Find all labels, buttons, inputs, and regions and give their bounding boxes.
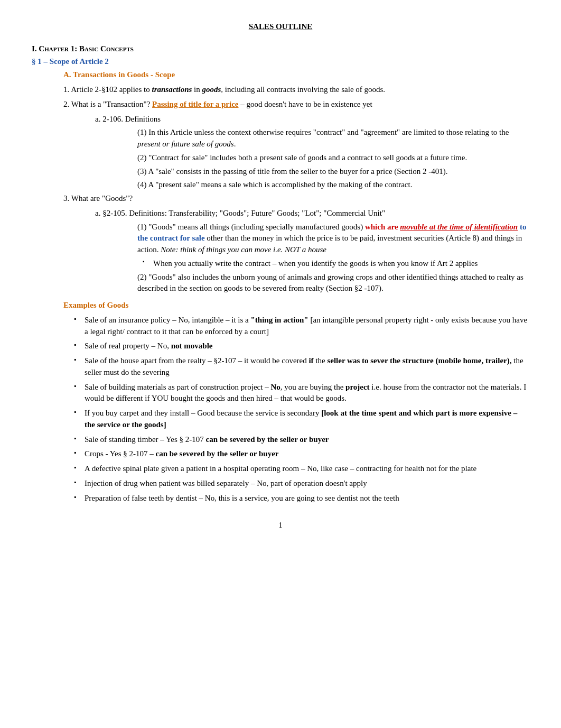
chapter-heading: I. Chapter 1: Basic Concepts	[32, 43, 529, 55]
bullet-bold: "thing in action"	[251, 316, 308, 324]
page-number: 1	[32, 520, 529, 531]
bullet-item-7: Crops - Yes § 2-107 – can be severed by …	[74, 448, 529, 460]
item1-start: 1. Article 2-§102 applies to	[63, 85, 152, 94]
page-title: SALES OUTLINE	[32, 21, 529, 33]
bullet-bold: can be severed by the seller or buyer	[156, 449, 279, 458]
item1-goods: goods	[202, 85, 221, 94]
item-2a-2: (2) "Contract for sale" includes both a …	[137, 152, 529, 164]
item-3: 3. What are "Goods"?	[63, 193, 529, 205]
page-container: SALES OUTLINE I. Chapter 1: Basic Concep…	[32, 21, 529, 531]
bullet-item-1: Sale of an insurance policy – No, intang…	[74, 315, 529, 338]
item2a1-italic: present or future sale of goods	[137, 140, 234, 148]
item-3a-2: (2) "Goods" also includes the unborn you…	[137, 272, 529, 295]
bullet-item-10: Preparation of false teeth by dentist – …	[74, 493, 529, 504]
item-2a-4: (4) A "present sale" means a sale which …	[137, 179, 529, 191]
item-3a-1: (1) "Goods" means all things (including …	[137, 222, 529, 256]
bullet-item-6: Sale of standing timber – Yes § 2-107 ca…	[74, 434, 529, 446]
bullet-bold2: seller was to sever the structure (mobil…	[327, 356, 511, 365]
item3a1-bold-red: which are	[365, 223, 400, 231]
bullet-item-5: If you buy carpet and they install – Goo…	[74, 408, 529, 431]
bullet-bold: if	[308, 356, 313, 365]
item-2: 2. What is a "Transaction"? Passing of t…	[63, 99, 529, 110]
sub-bullet-list: When you actually write the contract – w…	[143, 258, 529, 270]
examples-heading: Examples of Goods	[63, 300, 529, 311]
bullet-bold: not movable	[171, 342, 213, 350]
item1-in: in	[192, 85, 202, 94]
sub-bullet-item-1: When you actually write the contract – w…	[143, 258, 529, 270]
item-2a-1: (1) In this Article unless the context o…	[137, 127, 529, 150]
item-2a-3: (3) A "sale" consists in the passing of …	[137, 166, 529, 178]
item-3a-label: a. §2-105. Definitions: Transferability;…	[95, 208, 529, 219]
examples-list: Sale of an insurance policy – No, intang…	[74, 315, 529, 504]
sub-bullet-1-text: When you actually write the contract – w…	[153, 259, 478, 268]
bullet-project: project	[345, 383, 370, 391]
item2-start: 2. What is a "Transaction"?	[63, 100, 152, 108]
bullet-item-9: Injection of drug when patient was bille…	[74, 478, 529, 490]
subsection-a-heading: A. Transactions in Goods - Scope	[63, 69, 529, 81]
item-2a-label: a. 2-106. Definitions	[95, 114, 529, 125]
item3a1-note: Note: think of things you can move i.e. …	[161, 245, 326, 254]
item2a1-end: .	[234, 140, 236, 148]
bullet-item-8: A defective spinal plate given a patient…	[74, 463, 529, 475]
section-heading: § 1 – Scope of Article 2	[32, 56, 529, 68]
item-1: 1. Article 2-§102 applies to transaction…	[63, 84, 529, 96]
item2a1-start: (1) In this Article unless the context o…	[137, 128, 509, 136]
item2-link: Passing of title for a price	[152, 100, 238, 108]
bullet-bold: can be severed by the seller or buyer	[206, 435, 329, 444]
bullet-item-3: Sale of the house apart from the realty …	[74, 355, 529, 379]
bullet-bold: [look at the time spent and which part i…	[85, 409, 517, 429]
bullet-item-4: Sale of building materials as part of co…	[74, 382, 529, 405]
item1-end: , including all contracts involving the …	[221, 85, 385, 94]
item2-end: – good doesn't have to be in existence y…	[239, 100, 372, 108]
bullet-no: No	[270, 383, 280, 391]
item3a1-start: (1) "Goods" means all things (including …	[137, 223, 365, 231]
item1-transactions: transactions	[152, 85, 192, 94]
bullet-item-2: Sale of real property – No, not movable	[74, 340, 529, 352]
item3a1-italic-red: movable at the time of identification	[400, 223, 518, 231]
